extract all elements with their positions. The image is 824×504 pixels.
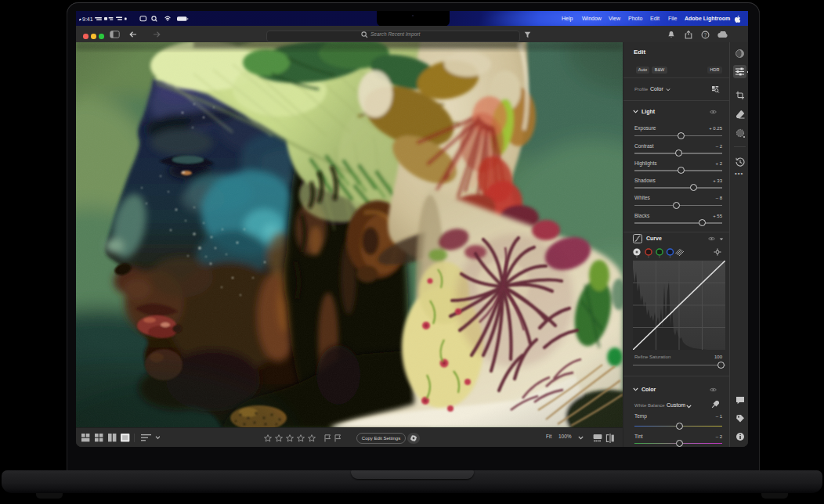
svg-text:?: ? — [704, 32, 707, 38]
svg-text:9:41: 9:41 — [82, 16, 93, 22]
